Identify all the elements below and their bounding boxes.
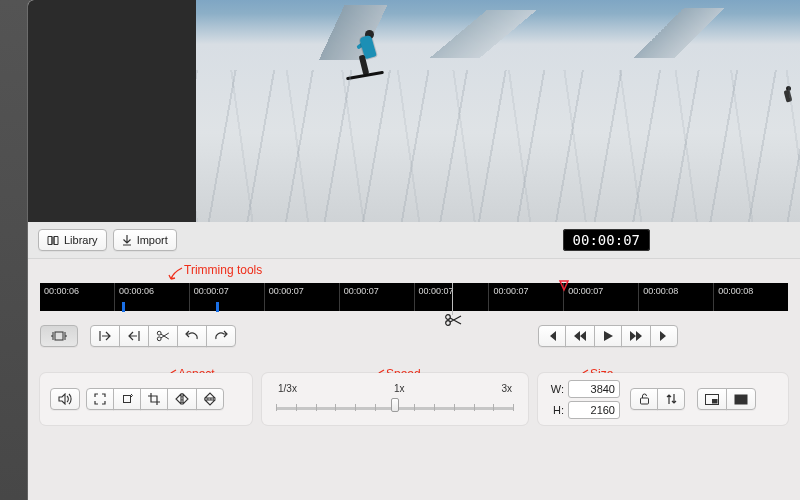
download-arrow-icon (122, 235, 132, 246)
svg-point-4 (157, 337, 161, 341)
speed-thumb[interactable] (391, 398, 399, 412)
lock-aspect-button[interactable] (630, 388, 658, 410)
width-input[interactable]: 3840 (568, 380, 620, 398)
step-forward-button[interactable] (621, 325, 651, 347)
speed-max-label: 3x (501, 383, 512, 394)
ruler-tick[interactable]: 00:00:08 (638, 283, 713, 311)
scissors-icon (444, 313, 462, 325)
trim-select-button[interactable] (40, 325, 78, 347)
aspect-group (40, 373, 252, 425)
trim-select-icon (50, 330, 68, 342)
redo-button[interactable] (206, 325, 236, 347)
cut-indicator-line (452, 283, 453, 315)
audio-toggle-button[interactable] (50, 388, 80, 410)
svg-rect-6 (640, 398, 648, 404)
skip-end-button[interactable] (650, 325, 678, 347)
edit-controls-row (28, 311, 800, 347)
undo-icon (185, 330, 199, 342)
pip-full-icon (734, 394, 748, 405)
library-button[interactable]: Library (38, 229, 107, 251)
ruler-tick[interactable]: 00:00:08 (713, 283, 788, 311)
rotate-icon (121, 393, 133, 405)
step-back-icon (573, 330, 587, 342)
swap-dimensions-button[interactable] (657, 388, 685, 410)
flip-vertical-button[interactable] (196, 388, 224, 410)
size-preset-full-button[interactable] (726, 388, 756, 410)
import-label: Import (137, 234, 168, 246)
undo-button[interactable] (177, 325, 207, 347)
swap-icon (666, 393, 677, 405)
lock-open-icon (639, 393, 650, 405)
size-tools-segment (630, 388, 685, 410)
ruler-tick[interactable]: 00:00:07 (339, 283, 414, 311)
ruler-tick[interactable]: 00:00:07 (563, 283, 638, 311)
width-label: W: (548, 383, 564, 395)
timecode-display: 00:00:07 (563, 229, 650, 251)
playback-segment (538, 325, 678, 347)
ruler-tick[interactable]: 00:00:07 (264, 283, 339, 311)
aspect-segment (86, 388, 224, 410)
cut-button[interactable] (148, 325, 178, 347)
svg-rect-9 (735, 394, 748, 404)
expand-icon (94, 393, 106, 405)
library-label: Library (64, 234, 98, 246)
speed-mid-label: 1x (394, 383, 405, 394)
size-preset-small-button[interactable] (697, 388, 727, 410)
arrow-icon (168, 267, 184, 283)
flip-h-icon (175, 393, 189, 405)
trim-out-icon (127, 330, 141, 342)
groups-row: 1/3x 1x 3x W: 3840 (28, 347, 800, 437)
step-back-button[interactable] (565, 325, 595, 347)
pip-small-icon (705, 394, 719, 405)
skip-start-icon (546, 330, 558, 342)
ruler-tick[interactable]: 00:00:07 (414, 283, 489, 311)
svg-rect-8 (712, 399, 718, 404)
redo-icon (214, 330, 228, 342)
editor-panel: Trimming tools 00:00:0600:00:0600:00:070… (28, 258, 800, 500)
speaker-icon (58, 393, 72, 405)
svg-point-1 (446, 321, 451, 326)
timeline-ruler[interactable]: 00:00:0600:00:0600:00:0700:00:0700:00:07… (40, 283, 788, 311)
fit-screen-button[interactable] (86, 388, 114, 410)
crop-icon (148, 393, 160, 405)
size-group: W: 3840 H: 2160 (538, 373, 788, 425)
book-icon (47, 235, 59, 246)
skip-start-button[interactable] (538, 325, 566, 347)
play-icon (602, 330, 614, 342)
svg-rect-2 (55, 332, 63, 340)
play-button[interactable] (594, 325, 622, 347)
preview-skier-distant (785, 90, 794, 108)
flip-v-icon (204, 392, 216, 406)
preset-size-segment (697, 388, 756, 410)
size-fields: W: 3840 H: 2160 (548, 380, 620, 419)
flip-horizontal-button[interactable] (167, 388, 197, 410)
step-forward-icon (629, 330, 643, 342)
speed-slider[interactable] (276, 402, 514, 416)
trim-in-icon (98, 330, 112, 342)
svg-point-3 (157, 331, 161, 335)
ruler-tick[interactable]: 00:00:06 (40, 283, 114, 311)
clip-sidebar[interactable] (28, 0, 196, 222)
ruler-tick[interactable]: 00:00:07 (189, 283, 264, 311)
in-point-marker[interactable] (122, 302, 125, 312)
preview-skier (352, 30, 386, 84)
scissors-icon (156, 330, 170, 342)
callout-trimming: Trimming tools (184, 263, 262, 277)
speed-labels: 1/3x 1x 3x (276, 383, 514, 394)
set-out-button[interactable] (119, 325, 149, 347)
height-label: H: (548, 404, 564, 416)
ruler-tick[interactable]: 00:00:07 (488, 283, 563, 311)
video-preview[interactable] (196, 0, 800, 222)
skip-end-icon (658, 330, 670, 342)
height-input[interactable]: 2160 (568, 401, 620, 419)
speed-group: 1/3x 1x 3x (262, 373, 528, 425)
playhead[interactable] (557, 280, 571, 294)
ruler-tick[interactable]: 00:00:06 (114, 283, 189, 311)
rotate-button[interactable] (113, 388, 141, 410)
svg-point-0 (446, 315, 451, 320)
svg-rect-5 (124, 396, 131, 403)
crop-button[interactable] (140, 388, 168, 410)
out-point-marker[interactable] (216, 302, 219, 312)
import-button[interactable]: Import (113, 229, 177, 251)
set-in-button[interactable] (90, 325, 120, 347)
